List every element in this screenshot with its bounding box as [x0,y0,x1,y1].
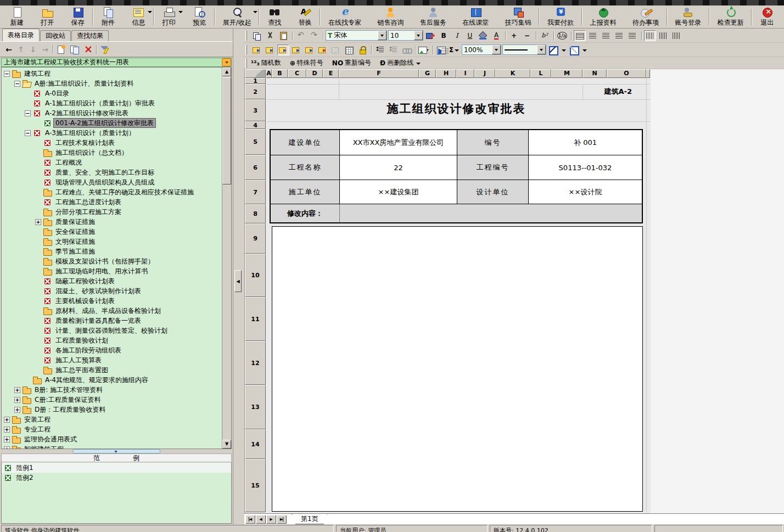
scroll-up-button[interactable]: ▲ [222,68,231,76]
row-header[interactable]: 8 [245,204,266,223]
column-header[interactable]: A [266,69,272,78]
tree-item[interactable]: A册:施工组织设计、质量计划资料 [2,79,222,88]
toolbar-button[interactable]: 附件 [93,6,123,28]
tree-item[interactable]: 季节施工措施 [2,247,222,256]
sheet-corner-cell[interactable] [245,69,266,78]
toolbar-button[interactable]: 在线课堂 [455,6,497,28]
toolbar-button[interactable]: 我要付款 [539,6,581,28]
tree-item[interactable]: A-4其他规范、规定要求的施组内容 [2,375,222,385]
expand-toggle-icon[interactable] [25,130,31,136]
tree-item[interactable]: 混凝土、砂浆试块制作计划表 [2,286,222,296]
tree-item[interactable]: 模板及支架设计书（包括脚手架） [2,256,222,266]
tree-item[interactable]: 工程质量验收计划 [2,335,222,345]
chevron-down-icon[interactable] [178,11,183,15]
format-button[interactable]: − [521,30,533,41]
field-label-cell[interactable]: 工程名称 [271,155,340,180]
example-item[interactable]: 范例2 [2,473,231,483]
expand-toggle-icon[interactable] [25,110,31,116]
chevron-down-icon[interactable] [414,31,423,40]
cell-tool-button[interactable] [330,44,342,55]
chevron-down-icon[interactable] [492,45,501,54]
tree-item[interactable]: 智能建筑工程 [2,444,222,449]
insert-tool-button[interactable]: ⊕ 特殊符号 [290,58,323,68]
scroll-down-button[interactable]: ▼ [222,440,231,449]
cell-tool-button[interactable] [435,44,447,55]
scrollbar-thumb[interactable] [222,77,231,184]
format-button[interactable]: 1/a [556,30,568,41]
toolbar-button[interactable]: 新建 [2,6,32,28]
format-button[interactable] [670,30,682,41]
tree-item[interactable]: 专业工程 [2,424,222,434]
toolbar-button[interactable]: 在线找专家 [320,6,369,28]
catalog-tab[interactable]: 回收站 [40,30,71,41]
row-header[interactable]: 10 [245,254,266,297]
delete-icon[interactable] [83,45,93,54]
chevron-down-icon[interactable] [583,49,587,54]
toolbar-button[interactable]: 技巧集锦 [497,6,539,28]
chevron-down-icon[interactable] [253,11,257,15]
format-button[interactable] [264,30,276,41]
toolbar-button[interactable]: 打印 [154,6,184,28]
toolbar-button[interactable]: 信息 [124,6,154,28]
down-arrow-button[interactable]: ↓ [29,45,37,54]
cell-tool-button[interactable] [304,44,316,55]
expand-toggle-icon[interactable] [4,417,10,423]
expand-toggle-icon[interactable] [4,427,10,433]
format-button[interactable] [657,30,669,41]
tree-item[interactable]: 001-A-2施工组织设计修改审批表 [2,118,222,128]
expand-toggle-icon[interactable] [35,219,41,225]
toolbar-button[interactable]: 展开/收起 [215,6,259,28]
row-header[interactable]: 3 [245,99,266,121]
field-value-cell[interactable]: 补 001 [529,130,642,155]
tree-item[interactable]: 工程难点、关键工序的确定及相应技术保证措施 [2,187,222,197]
tree-item[interactable]: 原材料、成品、半成品设备检验计划 [2,306,222,316]
row-header[interactable]: 15 [245,459,266,512]
cell-tool-button[interactable] [251,44,263,55]
format-button[interactable] [295,30,307,41]
toolbar-button[interactable]: 查找 [259,6,289,28]
chevron-down-icon[interactable] [416,63,421,67]
row-header[interactable]: 11 [245,297,266,341]
catalog-select[interactable]: 上海市建筑工程竣工验收技术资料统一用表 [1,58,232,67]
field-value-cell[interactable]: XX市XX房地产置业有限公司 [340,130,457,155]
cell-tool-button[interactable] [387,44,399,55]
row-header[interactable]: 2 [245,84,266,99]
tree-item[interactable]: A-1施工组织设计（质量计划）审批表 [2,98,222,108]
toolbar-button[interactable]: 检查更新 [709,6,752,28]
row-header[interactable]: 9 [245,223,266,254]
tree-item[interactable]: 施工现场临时用电、用水计算书 [2,266,222,276]
toolbar-grip[interactable] [245,31,247,41]
format-button[interactable] [600,30,612,41]
tree-item[interactable]: 现场管理人员组织架构及人员组成 [2,177,222,187]
zoom-select[interactable]: 100% [462,44,501,55]
doc-code-cell[interactable]: 建筑A-2 [583,84,632,99]
toolbar-button[interactable]: 上报资料 [582,6,624,28]
panel-collapse-button[interactable]: ◀ [234,270,242,292]
chevron-down-icon[interactable] [455,49,459,54]
row-header[interactable]: 7 [245,180,266,204]
tree-item[interactable]: 施工组织设计（总文档） [2,148,222,158]
row-header[interactable]: 12 [245,341,266,385]
insert-tool-button[interactable]: ¹²₃ 随机数 [251,58,281,68]
column-header[interactable]: M [551,69,583,78]
column-header[interactable]: I [456,69,474,78]
cell-tool-button[interactable] [264,44,276,55]
tree-item[interactable]: 隐蔽工程验收计划表 [2,276,222,286]
tree-item[interactable]: 工程概况 [2,158,222,167]
column-header[interactable]: H [436,69,456,78]
format-button[interactable] [587,30,599,41]
field-label-cell[interactable]: 建设单位 [271,130,340,155]
catalog-tab[interactable]: 表格目录 [2,29,40,41]
insert-tool-button[interactable]: Đ 画删除线 [380,58,422,68]
tree-item[interactable]: A-3施工组织设计（质量计划） [2,128,222,138]
column-header[interactable]: B [272,69,288,78]
diagonal-border-button[interactable] [547,44,559,55]
row-header[interactable]: 6 [245,155,266,180]
row-header[interactable]: 1 [245,78,266,84]
format-button[interactable]: b² [539,30,551,41]
tree-item[interactable]: 安装工程 [2,415,222,424]
example-item[interactable]: 范例1 [2,463,231,473]
chevron-down-icon[interactable] [378,31,387,40]
tree-item[interactable]: A-0目录 [2,88,222,98]
sheet-nav-button[interactable]: ▶ [277,515,287,524]
